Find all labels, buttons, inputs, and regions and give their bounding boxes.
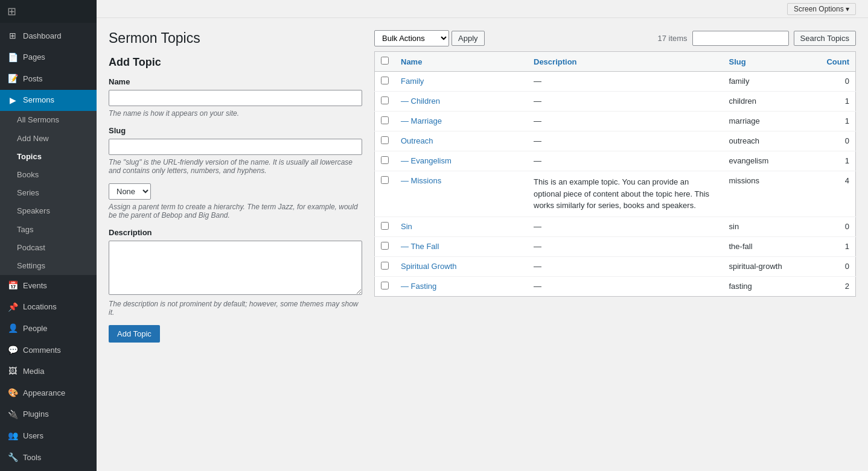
wp-logo-icon: ⊞ bbox=[7, 5, 16, 18]
sidebar-item-users[interactable]: 👥 Users bbox=[0, 425, 97, 447]
search-topics-button[interactable]: Search Topics bbox=[794, 31, 856, 46]
table-row: — Children—children1 bbox=[375, 92, 856, 112]
topic-count: 4 bbox=[820, 171, 856, 217]
topbar: Screen Options ▾ bbox=[97, 0, 868, 18]
sidebar-subitem-books[interactable]: Books bbox=[0, 166, 97, 184]
description-column-header[interactable]: Description bbox=[528, 52, 723, 72]
name-input[interactable] bbox=[109, 90, 362, 106]
sidebar: ⊞ ⊞ Dashboard 📄 Pages 📝 Posts ▶ Sermons … bbox=[0, 0, 97, 471]
topic-name-link[interactable]: — Evangelism bbox=[401, 156, 452, 165]
row-checkbox[interactable] bbox=[381, 116, 389, 124]
topic-name-link[interactable]: Family bbox=[401, 77, 424, 86]
row-checkbox[interactable] bbox=[381, 96, 389, 104]
row-checkbox[interactable] bbox=[381, 282, 389, 289]
tools-icon: 🔧 bbox=[7, 452, 18, 464]
select-all-header[interactable] bbox=[375, 52, 395, 72]
count-column-header[interactable]: Count bbox=[820, 52, 856, 72]
slug-input[interactable] bbox=[109, 139, 362, 155]
main-content: Screen Options ▾ Sermon Topics Add Topic… bbox=[97, 0, 868, 471]
name-label: Name bbox=[109, 77, 362, 86]
table-row: Family—family0 bbox=[375, 72, 856, 92]
sidebar-item-comments[interactable]: 💬 Comments bbox=[0, 340, 97, 361]
appearance-icon: 🎨 bbox=[7, 387, 18, 399]
topic-description: — bbox=[528, 92, 723, 112]
apply-button[interactable]: Apply bbox=[452, 31, 485, 46]
row-checkbox[interactable] bbox=[381, 262, 389, 270]
row-checkbox[interactable] bbox=[381, 156, 389, 164]
sidebar-item-people[interactable]: 👤 People bbox=[0, 318, 97, 340]
select-all-checkbox[interactable] bbox=[381, 57, 389, 65]
row-checkbox[interactable] bbox=[381, 77, 389, 84]
row-checkbox[interactable] bbox=[381, 222, 389, 230]
description-textarea[interactable] bbox=[109, 241, 362, 295]
items-count: 17 items bbox=[657, 34, 687, 43]
sidebar-item-tools[interactable]: 🔧 Tools bbox=[0, 447, 97, 469]
sidebar-subitem-series[interactable]: Series bbox=[0, 184, 97, 202]
topics-panel: Bulk Actions Apply 17 items Search Topic… bbox=[374, 30, 856, 459]
sidebar-subitem-add-new[interactable]: Add New bbox=[0, 130, 97, 148]
comments-icon: 💬 bbox=[7, 344, 18, 356]
sidebar-item-media[interactable]: 🖼 Media bbox=[0, 361, 97, 382]
page-content: Sermon Topics Add Topic Name The name is… bbox=[97, 18, 868, 471]
bulk-actions-select[interactable]: Bulk Actions bbox=[374, 30, 449, 46]
sidebar-item-label: Users bbox=[23, 431, 43, 441]
sidebar-item-posts[interactable]: 📝 Posts bbox=[0, 68, 97, 90]
sidebar-item-label: Pages bbox=[23, 52, 45, 63]
topic-name-link[interactable]: — Fasting bbox=[401, 282, 436, 291]
sidebar-nav: ⊞ Dashboard 📄 Pages 📝 Posts ▶ Sermons Al… bbox=[0, 25, 97, 471]
parent-hint: Assign a parent term to create a hierarc… bbox=[109, 203, 362, 220]
series-label: Series bbox=[17, 188, 39, 198]
sidebar-item-plugins[interactable]: 🔌 Plugins bbox=[0, 404, 97, 426]
table-row: — Marriage—marriage1 bbox=[375, 112, 856, 131]
slug-column-header[interactable]: Slug bbox=[723, 52, 820, 72]
people-icon: 👤 bbox=[7, 323, 18, 335]
slug-hint: The "slug" is the URL-friendly version o… bbox=[109, 158, 362, 175]
topic-slug: marriage bbox=[723, 112, 820, 131]
sidebar-item-label: Media bbox=[23, 366, 44, 377]
sidebar-item-appearance[interactable]: 🎨 Appearance bbox=[0, 382, 97, 404]
sidebar-item-label: Dashboard bbox=[23, 31, 62, 42]
add-topic-button[interactable]: Add Topic bbox=[109, 325, 160, 343]
topic-name-link[interactable]: — Children bbox=[401, 96, 440, 106]
name-column-header[interactable]: Name bbox=[395, 52, 528, 72]
sidebar-subitem-all-sermons[interactable]: All Sermons bbox=[0, 111, 97, 129]
media-icon: 🖼 bbox=[7, 365, 18, 378]
sidebar-item-settings[interactable]: ⚙ Settings bbox=[0, 468, 97, 471]
sidebar-item-sermons[interactable]: ▶ Sermons bbox=[0, 90, 97, 112]
pages-icon: 📄 bbox=[7, 52, 18, 64]
table-row: Sin—sin0 bbox=[375, 217, 856, 236]
table-row: — Evangelism—evangelism1 bbox=[375, 151, 856, 171]
topic-name-link[interactable]: — Missions bbox=[401, 176, 441, 185]
row-checkbox[interactable] bbox=[381, 176, 389, 184]
sidebar-item-events[interactable]: 📅 Events bbox=[0, 275, 97, 297]
topic-slug: children bbox=[723, 92, 820, 112]
row-checkbox[interactable] bbox=[381, 242, 389, 250]
topic-description: — bbox=[528, 276, 723, 296]
topic-name-link[interactable]: — Marriage bbox=[401, 116, 442, 125]
sidebar-subitem-topics[interactable]: Topics bbox=[0, 148, 97, 166]
sidebar-subitem-settings[interactable]: Settings bbox=[0, 257, 97, 275]
locations-icon: 📌 bbox=[7, 302, 18, 314]
sidebar-subitem-tags[interactable]: Tags bbox=[0, 221, 97, 239]
topic-name-link[interactable]: — The Fall bbox=[401, 242, 439, 251]
search-topics-input[interactable] bbox=[692, 31, 789, 46]
parent-select[interactable]: None bbox=[109, 183, 151, 200]
sidebar-item-label: Comments bbox=[23, 345, 61, 356]
topic-count: 1 bbox=[820, 236, 856, 256]
posts-icon: 📝 bbox=[7, 73, 18, 85]
row-checkbox[interactable] bbox=[381, 136, 389, 144]
toolbar-left: Bulk Actions Apply bbox=[374, 30, 485, 46]
sidebar-subitem-speakers[interactable]: Speakers bbox=[0, 202, 97, 220]
sidebar-subitem-podcast[interactable]: Podcast bbox=[0, 239, 97, 257]
sidebar-item-dashboard[interactable]: ⊞ Dashboard bbox=[0, 25, 97, 47]
screen-options-button[interactable]: Screen Options ▾ bbox=[787, 3, 856, 15]
topic-name-link[interactable]: Outreach bbox=[401, 136, 433, 145]
sidebar-item-locations[interactable]: 📌 Locations bbox=[0, 297, 97, 318]
table-body: Family—family0— Children—children1— Marr… bbox=[375, 72, 856, 297]
parent-form-group: None Assign a parent term to create a hi… bbox=[109, 183, 362, 220]
topic-name-link[interactable]: Spiritual Growth bbox=[401, 262, 456, 271]
table-row: — MissionsThis is an example topic. You … bbox=[375, 171, 856, 217]
topic-description: — bbox=[528, 217, 723, 236]
topic-name-link[interactable]: Sin bbox=[401, 222, 412, 231]
sidebar-item-pages[interactable]: 📄 Pages bbox=[0, 47, 97, 69]
